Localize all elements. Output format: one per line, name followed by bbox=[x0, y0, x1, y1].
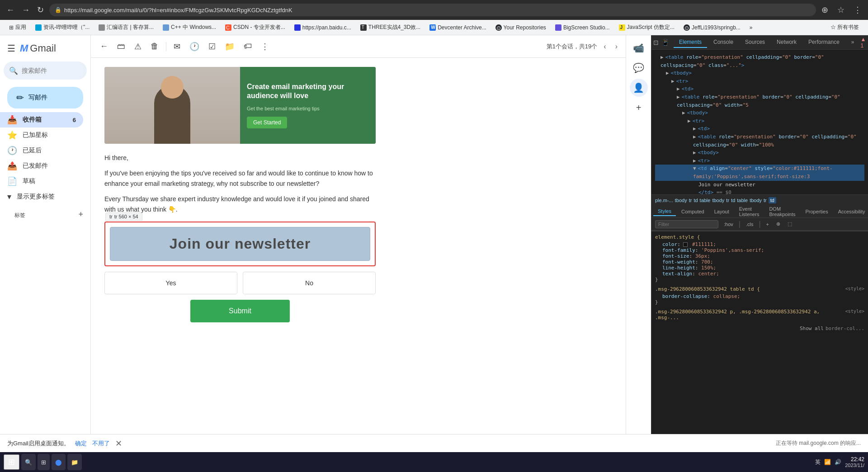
show-all-button[interactable]: Show all bbox=[800, 326, 824, 330]
bookmark-bilibili[interactable]: 资讯-哔哩哔哩（"... bbox=[32, 22, 93, 33]
labels-button[interactable]: 🏷 bbox=[240, 39, 255, 54]
settings-button[interactable]: ⋮ bbox=[851, 4, 864, 16]
bookmark-apps[interactable]: ⊞ 应用 bbox=[5, 22, 30, 33]
breadcrumb-td3[interactable]: td bbox=[769, 197, 776, 203]
bookmark-bigscreen[interactable]: BigScreen Studio... bbox=[552, 23, 613, 32]
filter-tag-cls[interactable]: .cls bbox=[744, 221, 755, 228]
filter-element-state[interactable]: ⬚ bbox=[786, 220, 794, 228]
devtools-tab-elements[interactable]: Elements bbox=[674, 37, 707, 48]
dom-node-table1[interactable]: ▶<table role="presentation" cellpadding=… bbox=[655, 53, 864, 69]
filter-add-rule[interactable]: + bbox=[764, 221, 771, 228]
taskbar-file-explorer[interactable]: 📁 bbox=[67, 454, 82, 470]
hero-cta-button[interactable]: Get Started bbox=[247, 117, 287, 128]
add-app-button[interactable]: + bbox=[630, 99, 648, 117]
dom-node-td-selected[interactable]: ▼<td align="center" style="color:#111111… bbox=[655, 165, 864, 180]
dom-node-table2[interactable]: ▶<table role="presentation" border="0" c… bbox=[655, 93, 864, 109]
devtools-tab-more[interactable]: » bbox=[846, 37, 860, 48]
taskbar-chrome[interactable]: ⬤ bbox=[52, 454, 66, 470]
search-bar[interactable]: 🔍 ⚙ bbox=[4, 61, 87, 80]
devtools-tab-network[interactable]: Network bbox=[771, 37, 802, 48]
devtools-device-button[interactable]: 📱 bbox=[661, 39, 669, 46]
back-to-inbox-button[interactable]: ← bbox=[96, 39, 112, 54]
search-input[interactable] bbox=[22, 67, 101, 74]
extensions-button[interactable]: ⊕ bbox=[819, 4, 831, 16]
report-spam-button[interactable]: ⚠ bbox=[131, 39, 145, 54]
breadcrumb-root[interactable]: ple.m-... bbox=[655, 198, 673, 203]
dom-node-tbody3[interactable]: ▶<tbody> bbox=[655, 149, 864, 157]
bookmark-jeffli[interactable]: ⊙ JeffLi1993/springb... bbox=[680, 23, 744, 32]
taskbar-task-view[interactable]: ⊞ bbox=[38, 454, 50, 470]
sidebar-item-inbox[interactable]: 📥 收件箱 6 bbox=[0, 112, 83, 127]
forward-button[interactable]: → bbox=[19, 5, 33, 16]
dom-node-tbody2[interactable]: ▶<tbody> bbox=[655, 109, 864, 117]
search-icon[interactable]: 🔍 bbox=[9, 66, 18, 75]
breadcrumb-tr[interactable]: tr bbox=[689, 198, 692, 203]
breadcrumb-tbody[interactable]: tbody bbox=[675, 198, 687, 203]
sidebar-item-more-labels[interactable]: ▾ 显示更多标签 bbox=[0, 189, 83, 204]
devtools-sub-tab-event-listeners[interactable]: Event Listeners bbox=[735, 205, 764, 218]
contacts-button[interactable]: 👤 bbox=[630, 79, 648, 97]
move-to-button[interactable]: 📁 bbox=[221, 39, 238, 54]
join-newsletter-button[interactable]: Join our newsletter bbox=[110, 227, 370, 261]
sidebar-item-sent[interactable]: 📤 已发邮件 bbox=[0, 158, 83, 174]
dom-node-table3[interactable]: ▶<table role="presentation" border="0" c… bbox=[655, 133, 864, 149]
bookmark-cpp[interactable]: C++ 中 Windows... bbox=[159, 22, 220, 33]
no-button[interactable]: No bbox=[243, 272, 376, 294]
mark-unread-button[interactable]: ✉ bbox=[170, 39, 184, 54]
breadcrumb-td[interactable]: td bbox=[693, 198, 698, 203]
yes-button[interactable]: Yes bbox=[104, 272, 237, 294]
devtools-sub-tab-accessibility[interactable]: Accessibility bbox=[834, 208, 868, 216]
reload-button[interactable]: ↻ bbox=[34, 4, 47, 16]
bookmark-star-button[interactable]: ☆ bbox=[835, 4, 847, 16]
dom-node-tr1[interactable]: ▶<tr> bbox=[655, 77, 864, 85]
breadcrumb-tbody3[interactable]: tbody bbox=[750, 198, 762, 203]
devtools-sub-tab-dom-breakpoints[interactable]: DOM Breakpoints bbox=[764, 205, 800, 218]
next-conversation-button[interactable]: › bbox=[613, 41, 620, 52]
bookmark-reading-list[interactable]: ☆ 所有书签 bbox=[827, 22, 863, 33]
devtools-sub-tab-properties[interactable]: Properties bbox=[801, 208, 833, 216]
address-bar[interactable]: 🔒 https://mail.google.com/mail/u/0/?hl=e… bbox=[49, 4, 816, 16]
devtools-tab-performance[interactable]: Performance bbox=[803, 37, 845, 48]
bookmark-csdn[interactable]: C CSDN - 专业开发者... bbox=[222, 22, 289, 33]
devtools-sub-tab-styles[interactable]: Styles bbox=[653, 207, 676, 216]
snooze-button[interactable]: 🕐 bbox=[186, 39, 203, 54]
add-task-button[interactable]: ☑ bbox=[205, 39, 219, 54]
start-button[interactable]: ⊞ bbox=[4, 454, 19, 470]
devtools-tab-console[interactable]: Console bbox=[708, 37, 739, 48]
breadcrumb-table2[interactable]: table bbox=[737, 198, 748, 203]
add-label-button[interactable]: + bbox=[78, 210, 83, 219]
breadcrumb-tbody2[interactable]: tbody bbox=[712, 198, 724, 203]
bookmark-assembly[interactable]: 汇编语言 | 客存算... bbox=[95, 22, 157, 33]
filter-new-style[interactable]: ⊕ bbox=[774, 220, 782, 228]
bookmark-three[interactable]: T THREE实战4_3D效... bbox=[357, 22, 424, 33]
breadcrumb-table[interactable]: table bbox=[700, 198, 711, 203]
bookmark-github-repos[interactable]: ⊙ Your Repositories bbox=[492, 23, 550, 32]
sidebar-item-snoozed[interactable]: 🕐 已延后 bbox=[0, 143, 83, 158]
taskbar-search[interactable]: 🔍 bbox=[21, 454, 36, 470]
submit-button[interactable]: Submit bbox=[190, 300, 290, 322]
dom-node-tbody1[interactable]: ▶<tbody> bbox=[655, 69, 864, 77]
prev-conversation-button[interactable]: ‹ bbox=[601, 41, 609, 52]
notification-close-button[interactable]: ✕ bbox=[115, 439, 122, 448]
notification-confirm-button[interactable]: 确定 bbox=[75, 439, 87, 448]
chat-button[interactable]: 💬 bbox=[630, 59, 648, 77]
dom-node-tr2[interactable]: ▶<tr> bbox=[655, 117, 864, 125]
compose-button[interactable]: ✏ 写邮件 bbox=[7, 87, 83, 109]
dom-node-td2[interactable]: ▶<td> bbox=[655, 125, 864, 133]
delete-button[interactable]: 🗑 bbox=[147, 39, 162, 54]
bookmark-baidu[interactable]: https://pan.baidu.c... bbox=[291, 23, 355, 32]
dom-node-tr3[interactable]: ▶<tr> bbox=[655, 157, 864, 165]
more-actions-button[interactable]: ⋮ bbox=[257, 39, 273, 54]
back-button[interactable]: ← bbox=[4, 5, 17, 16]
sidebar-item-starred[interactable]: ⭐ 已加星标 bbox=[0, 127, 83, 143]
styles-filter-input[interactable] bbox=[655, 220, 718, 228]
devtools-sub-tab-layout[interactable]: Layout bbox=[710, 208, 734, 216]
hamburger-button[interactable]: ☰ bbox=[7, 43, 15, 54]
notification-deny-button[interactable]: 不用了 bbox=[92, 439, 110, 448]
breadcrumb-tr3[interactable]: tr bbox=[764, 198, 767, 203]
devtools-tab-sources[interactable]: Sources bbox=[740, 37, 770, 48]
dom-node-td1[interactable]: ▶<td> bbox=[655, 85, 864, 93]
bookmark-js[interactable]: J JavaScript 仿数定... bbox=[615, 22, 678, 33]
filter-tag-hov[interactable]: :hov bbox=[722, 221, 735, 228]
sidebar-item-drafts[interactable]: 📄 草稿 bbox=[0, 174, 83, 189]
